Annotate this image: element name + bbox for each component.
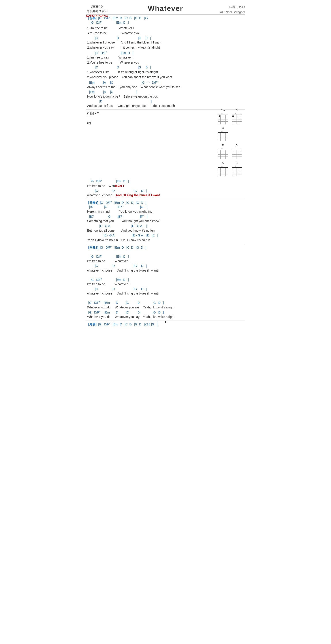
verse1-block2: |G D/F# |Em D | 1.I'm free to say Whatev… bbox=[86, 51, 245, 80]
bridge-chord3: |D | bbox=[86, 99, 245, 104]
v1b1-lyric4: 2.whatever you say If it comes my way it… bbox=[86, 45, 245, 50]
jianzou1-label: [间奏1] bbox=[88, 201, 98, 204]
jz2-chord1: [间奏2] |G D/F# |Em D |C D |G D | bbox=[86, 245, 245, 250]
bridge-chord1: |Em |A |C |G - - D/F# | bbox=[86, 80, 245, 85]
suggested-key: 建议男调:G 女:C bbox=[86, 9, 108, 14]
v1b2-chord1: |G D/F# |Em D | bbox=[86, 51, 245, 55]
prelude-chord-line1: [前奏] |G D/F# |Em D |C D |G D |X2 bbox=[86, 16, 245, 20]
chord-em-diagram: Em 8 bbox=[218, 109, 228, 124]
jz1-chord3: |B7 |G |B7 |F# | bbox=[86, 214, 245, 219]
title-area: 原KEY:G 建议男调:G 女:C CAPO:7 PLAY:C Whatever… bbox=[86, 4, 245, 12]
s2-chord1: |G D/F# |Em D | bbox=[86, 179, 245, 184]
chord-e-diagram: E 9 bbox=[218, 144, 228, 159]
chord-g2-diagram: G 8 bbox=[232, 162, 242, 176]
jz1-lyric1: Here in my mind You know you might find bbox=[86, 209, 245, 214]
prelude-chord-line2: |G D/F# |Em D | bbox=[86, 20, 245, 25]
lyricist-label: 词：Noel Gallagher bbox=[220, 10, 245, 14]
weizou-label: [尾奏] bbox=[88, 322, 96, 326]
jz1-chord2: |B7 |G |B7 |G | bbox=[86, 205, 245, 209]
v1b2-lyric1: 1.I'm free to say Whatever I bbox=[86, 55, 245, 60]
jianzou1-section: [间奏1] |G D/F# |Em D |C D |G D | |B7 |G |… bbox=[86, 200, 245, 242]
v1b2-chord2: |C D |G D | bbox=[86, 65, 245, 70]
rv2-lyric1: I'm free to be Whatever I bbox=[86, 282, 245, 286]
artist-info: 演唱：Oasis 词：Noel Gallagher bbox=[220, 4, 245, 15]
divider3 bbox=[86, 244, 245, 244]
divider2 bbox=[86, 199, 245, 199]
jianzou2-section: [间奏2] |G D/F# |Em D |C D |G D | bbox=[86, 245, 245, 250]
bridge-section: |Em |A |C |G - - D/F# | Always seems to … bbox=[86, 80, 245, 108]
v1b1-lyric1: 1.I'm free to be Whatever I bbox=[86, 26, 245, 30]
spacer bbox=[232, 126, 245, 142]
s2-chord2: |C D |G D | bbox=[86, 189, 245, 193]
fv-lyric2: Whatever you do Whatever you say Yeah, I… bbox=[86, 314, 245, 319]
chord-d-diagram: D 7 bbox=[232, 144, 242, 159]
rv1-lyric1: I'm free to be Whatever I bbox=[86, 259, 245, 264]
repeat-verse2: |G D/F# |Em D | I'm free to be Whatever … bbox=[86, 278, 245, 296]
bridge-lyric1: Always seems to me you only see What peo… bbox=[86, 85, 245, 90]
artist-label: 演唱：Oasis bbox=[220, 4, 245, 10]
rv1-chord2: |C D |G D | bbox=[86, 264, 245, 268]
divider4 bbox=[86, 320, 245, 321]
rv2-chord2: |C D |G D | bbox=[86, 287, 245, 292]
rv1-chord1: |G D/F# |Em D | bbox=[86, 254, 245, 259]
v1b1-lyric3: 1.whatever I choose And I'll sing the bl… bbox=[86, 40, 245, 45]
verse1-block1: 1.I'm free to be Whatever I ▲2.Free to b… bbox=[86, 26, 245, 50]
v1b2-lyric3: 1.whatever I like If it's wrong or right… bbox=[86, 70, 245, 74]
s2-lyric2: whatever I choose And I'll sing the blue… bbox=[86, 193, 245, 198]
rv1-lyric2: whatever I choose And I'll sing the blue… bbox=[86, 268, 245, 273]
bridge-lyric2: How long's it gonna be? Before we get on… bbox=[86, 94, 245, 99]
jz1-lyric4: Yeah I know it's no fun Oh, I know it's … bbox=[86, 238, 245, 242]
fv-lyric1: Whatever you do Whatever you say Yeah, I… bbox=[86, 305, 245, 310]
section-with-diagrams: Em 8 bbox=[86, 111, 245, 179]
jz1-chord1: [间奏1] |G D/F# |Em D |C D |G D | bbox=[86, 200, 245, 205]
chord-c-diagram: C 4 bbox=[218, 126, 228, 142]
chord-a-diagram: A 8 bbox=[218, 162, 228, 176]
original-key: 原KEY:G bbox=[86, 4, 108, 9]
section2-chords: |G D/F# |Em D | I'm free to be Whatever … bbox=[86, 179, 245, 198]
v1b2-lyric2: 2.You're free to be Wherever you bbox=[86, 60, 245, 65]
v1b1-lyric2: ▲2.Free to be Whatever you bbox=[86, 31, 245, 36]
rv2-chord1: |G D/F# |Em D | bbox=[86, 278, 245, 282]
jz1-chord5: |E - G A |E - G A |E |E | bbox=[86, 233, 245, 238]
chord-g-diagram: G 8 bbox=[232, 109, 242, 124]
rv2-lyric2: whatever I choose And I'll sing the blue… bbox=[86, 291, 245, 296]
page-container: 原KEY:G 建议男调:G 女:C CAPO:7 PLAY:C Whatever… bbox=[86, 4, 245, 326]
v1b1-chord1: |C D |G D | bbox=[86, 36, 245, 40]
final-verse: |G D/F# |Em D |C D |G D | Whatever you d… bbox=[86, 300, 245, 319]
prelude-section: [前奏] |G D/F# |Em D |C D |G D |X2 |G D/F#… bbox=[86, 16, 245, 25]
jz1-lyric3: But now it's all gone And you know it's … bbox=[86, 228, 245, 233]
fv-chord2: |G D/F# |Em D |C D |G D | bbox=[86, 310, 245, 314]
jz1-chord4: |E - G A |E - G A | bbox=[86, 224, 245, 228]
chord-diagram-area: Em 8 bbox=[218, 109, 245, 179]
jianzou2-label: [间奏2] bbox=[88, 246, 98, 249]
key-info: 原KEY:G 建议男调:G 女:C CAPO:7 PLAY:C bbox=[86, 4, 108, 18]
jz1-lyric2: Something that you You thought you once … bbox=[86, 219, 245, 224]
v1b2-lyric4: 2.wherever you please You can shoot the … bbox=[86, 75, 245, 80]
repeat-verse1: |G D/F# |Em D | I'm free to be Whatever … bbox=[86, 254, 245, 273]
s2-lyric1: I'm free to be Whatever I bbox=[86, 184, 245, 188]
bridge-chord2: |Em |A |C | bbox=[86, 90, 245, 94]
fv-chord1: |G D/F# |Em D |C D |G D | bbox=[86, 300, 245, 305]
capo-line: CAPO:7 PLAY:C bbox=[86, 14, 108, 18]
bridge-lyric3: And cause no fuss Get a grip on yourself… bbox=[86, 104, 245, 108]
